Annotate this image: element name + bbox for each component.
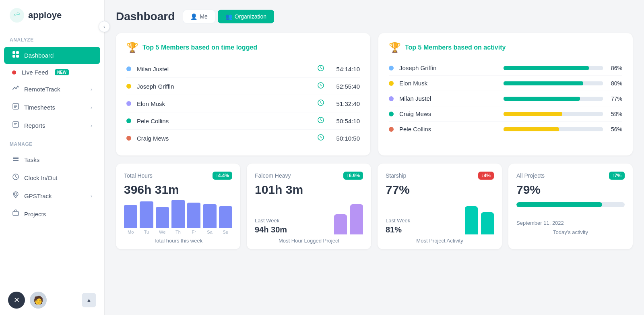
falcom-bars <box>334 202 363 234</box>
sidebar-item-timesheets[interactable]: Timesheets › <box>4 99 100 116</box>
bar-label: Th <box>175 230 181 234</box>
tab-me[interactable]: 👤 Me <box>183 10 215 23</box>
sidebar-item-label-clockinout: Clock In/Out <box>24 174 58 181</box>
svg-rect-4 <box>16 55 19 58</box>
member-dot <box>126 66 131 71</box>
activity-member-row: Pele Collins 56% <box>389 122 622 137</box>
activity-member-row: Elon Musk 80% <box>389 76 622 91</box>
remotetrack-icon <box>12 85 19 94</box>
member-time: 51:32:40 <box>328 100 360 107</box>
starship-header: Starship ↓4% <box>386 172 494 180</box>
bar-label: Su <box>223 230 228 234</box>
total-hours-footer: Total hours this week <box>124 238 232 244</box>
sidebar-item-projects[interactable]: Projects <box>4 205 100 223</box>
sidebar-item-livefeed[interactable]: Live Feed NEW <box>4 65 100 80</box>
activity-bar-fill <box>504 127 559 131</box>
chevron-icon-reports: › <box>91 123 92 128</box>
all-projects-date: September 11, 2022 <box>516 220 625 226</box>
activity-dot <box>389 96 394 101</box>
sidebar-item-dashboard[interactable]: Dashboard <box>4 47 100 64</box>
all-projects-header: All Projects ↑7% <box>516 172 625 180</box>
svg-line-34 <box>321 137 322 138</box>
starship-left: Last Week 81% <box>386 218 460 234</box>
bar-wrap: Tu <box>140 201 153 234</box>
time-logged-card-title: Top 5 Members based on time logged <box>142 44 257 51</box>
member-name: Elon Musk <box>137 100 317 107</box>
activity-bar-fill <box>504 81 583 85</box>
all-projects-bar-wrap <box>516 202 625 207</box>
activity-card: 🏆 Top 5 Members based on activity Joseph… <box>378 33 633 155</box>
timesheets-icon <box>12 103 19 112</box>
sidebar-item-label-reports: Reports <box>24 122 45 129</box>
svg-rect-2 <box>16 51 19 54</box>
sidebar-item-gpstrack[interactable]: GPSTrack › <box>4 187 100 205</box>
clockinout-icon <box>12 173 19 182</box>
member-time: 50:54:10 <box>328 118 360 124</box>
bar-label: Mo <box>128 230 134 234</box>
page-title: Dashboard <box>116 10 175 23</box>
user-avatar-dark[interactable]: ✕ <box>8 292 25 309</box>
activity-pct: 56% <box>608 126 622 133</box>
member-name: Milan Justel <box>137 66 317 73</box>
bar <box>140 201 153 228</box>
bar-label: Fr <box>192 230 196 234</box>
activity-member-name: Pele Collins <box>399 126 499 133</box>
activity-member-row: Milan Justel 77% <box>389 91 622 106</box>
activity-pct: 59% <box>608 111 622 117</box>
bar-label: Tu <box>144 230 149 234</box>
sidebar-item-remotetrack[interactable]: RemoteTrack › <box>4 81 100 98</box>
activity-bar-fill <box>504 66 589 70</box>
svg-line-17 <box>16 177 17 178</box>
falcom-bar-2 <box>350 204 363 234</box>
bar <box>124 205 137 228</box>
svg-point-0 <box>10 8 24 23</box>
falcom-last-week-value: 94h 30m <box>255 225 329 234</box>
time-logged-card: 🏆 Top 5 Members based on time logged Mil… <box>116 33 370 155</box>
bar-wrap: Su <box>219 206 232 234</box>
all-projects-badge: ↑7% <box>609 172 625 180</box>
starship-value: 77% <box>386 183 494 197</box>
clock-icon <box>317 134 324 143</box>
sidebar-section-analyze: Analyze Dashboard Live Feed NEW RemoteTr… <box>0 31 104 135</box>
starship-last-week-value: 81% <box>386 225 460 234</box>
time-logged-members: Milan Justel 54:14:10 Joseph Griffin 52:… <box>126 60 360 147</box>
bar-label: We <box>159 230 165 234</box>
falcom-label: Falcom Heavy <box>255 172 291 179</box>
chevron-icon: › <box>91 87 92 92</box>
member-dot <box>126 84 131 89</box>
bar-wrap: We <box>156 207 169 235</box>
starship-bar-2 <box>481 212 494 234</box>
activity-pct: 86% <box>608 65 622 71</box>
member-dot <box>126 136 131 141</box>
scroll-up-button[interactable]: ▲ <box>82 293 96 307</box>
starship-bar-1 <box>465 206 478 234</box>
total-hours-label: Total Hours <box>124 172 153 179</box>
all-projects-value: 79% <box>516 183 625 197</box>
time-member-row: Craig Mews 50:10:50 <box>126 130 360 147</box>
member-name: Pele Collins <box>137 118 317 124</box>
collapse-button[interactable]: ‹ <box>99 21 110 32</box>
clock-icon <box>317 116 324 125</box>
header-tabs: 👤 Me 👥 Organization <box>183 10 274 23</box>
card-title-row-activity: 🏆 Top 5 Members based on activity <box>389 42 622 53</box>
app-name: apploye <box>28 10 62 21</box>
activity-bar-wrap <box>504 127 603 131</box>
sidebar-item-reports[interactable]: Reports › <box>4 117 100 134</box>
bar-wrap: Mo <box>124 205 137 234</box>
svg-line-31 <box>321 120 322 121</box>
sidebar-item-tasks[interactable]: Tasks <box>4 151 100 168</box>
clock-icon <box>317 82 324 91</box>
sidebar-item-clockinout[interactable]: Clock In/Out <box>4 169 100 187</box>
falcom-badge: ↑6.9% <box>343 172 363 180</box>
svg-rect-1 <box>12 51 15 54</box>
user-avatar-photo[interactable]: 🧑 <box>30 292 47 309</box>
trophy-icon-time: 🏆 <box>126 42 138 53</box>
activity-pct: 80% <box>608 80 622 87</box>
tab-organization[interactable]: 👥 Organization <box>218 10 274 23</box>
falcom-value: 101h 3m <box>255 183 363 197</box>
total-hours-value: 396h 31m <box>124 183 232 197</box>
all-projects-label: All Projects <box>516 172 545 179</box>
time-member-row: Milan Justel 54:14:10 <box>126 60 360 78</box>
activity-dot <box>389 81 394 86</box>
user-tab-icon: 👤 <box>190 13 197 20</box>
